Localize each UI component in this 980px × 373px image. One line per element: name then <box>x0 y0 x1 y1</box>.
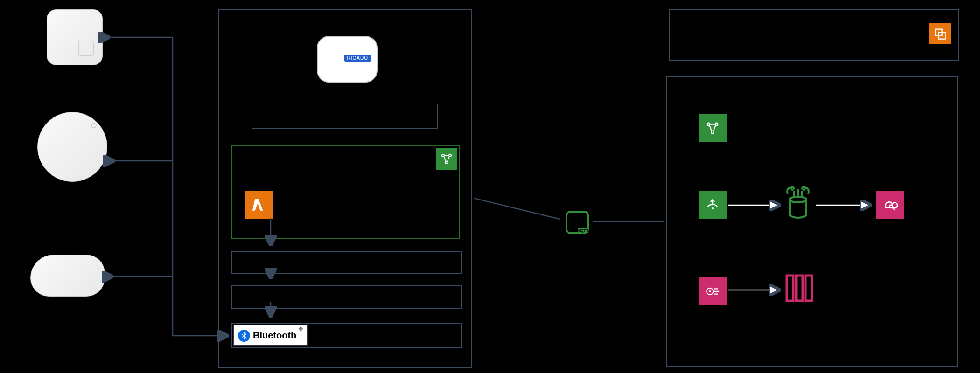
iot-analytics-bucket-icon <box>784 186 812 221</box>
ec2-icon <box>929 23 951 44</box>
sensor-square <box>47 9 103 65</box>
gateway-row-3 <box>231 251 462 274</box>
bluetooth-label: Bluetooth <box>253 330 296 341</box>
svg-point-15 <box>890 205 893 208</box>
iot-analytics-cloud-icon <box>876 191 904 219</box>
svg-line-25 <box>474 198 560 219</box>
iot-device-management-icon <box>699 277 727 305</box>
gateway-row-4 <box>231 285 462 309</box>
iot-core-icon <box>699 114 727 142</box>
gateway-row-1 <box>252 104 438 129</box>
svg-point-17 <box>709 290 711 292</box>
bluetooth-icon <box>238 330 250 342</box>
rigado-brand: RIGADO <box>344 55 371 62</box>
gateway-container: RIGADO <box>218 9 472 368</box>
catalog-icon <box>785 273 816 305</box>
lambda-icon <box>245 191 273 219</box>
svg-point-11 <box>712 207 714 209</box>
svg-rect-18 <box>787 276 793 301</box>
svg-text:MQTT: MQTT <box>578 228 588 233</box>
sensor-circle <box>37 112 107 182</box>
greengrass-icon <box>436 148 457 170</box>
mqtt-icon: MQTT <box>565 210 590 236</box>
svg-point-12 <box>790 197 806 202</box>
svg-rect-19 <box>796 276 803 301</box>
bluetooth-row: Bluetooth ® <box>231 323 462 348</box>
cloud-main-box <box>666 76 958 367</box>
cloud-top-box <box>669 9 959 61</box>
bluetooth-badge: Bluetooth ® <box>233 325 308 346</box>
greengrass-row <box>231 145 460 239</box>
sensor-blob <box>30 255 105 297</box>
iot-rule-icon <box>699 191 727 219</box>
rigado-device: RIGADO <box>317 36 378 83</box>
svg-rect-20 <box>805 276 812 301</box>
